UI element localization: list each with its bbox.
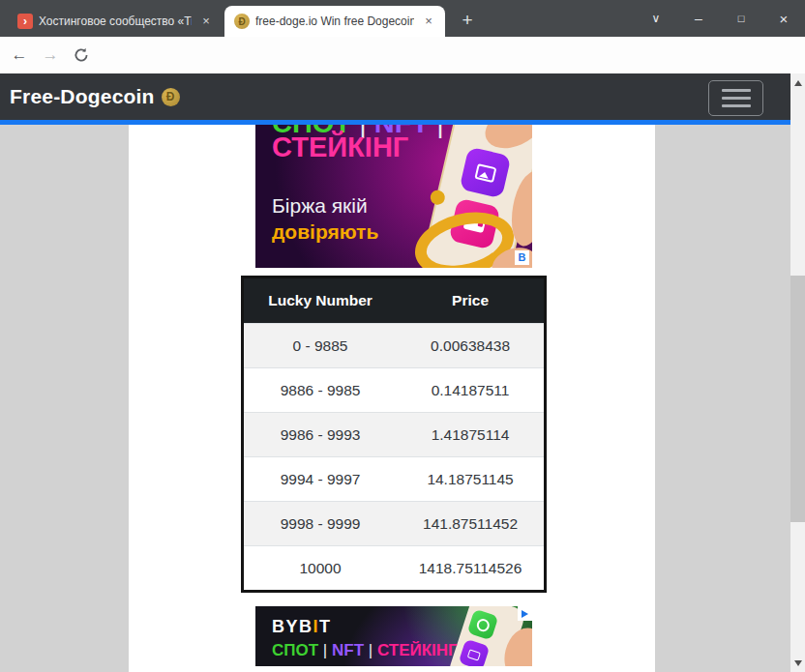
lucky-range-cell: 9998 - 9999 (243, 502, 398, 546)
tab-title: Хостинговое сообщество «Time (39, 15, 192, 28)
price-cell: 1.41875114 (397, 413, 545, 457)
scrollbar-up-arrow-icon[interactable] (790, 75, 805, 90)
back-button[interactable]: ← (8, 44, 31, 67)
tab-title: free-doge.io Win free Dogecoin e (255, 15, 414, 28)
navbar-hamburger-button[interactable] (708, 80, 763, 116)
scrollbar-down-arrow-icon[interactable] (790, 656, 805, 670)
table-row: 9998 - 9999 141.87511452 (243, 502, 546, 546)
table-row: 10000 1418.75114526 (243, 546, 546, 592)
bybit-logo: BYBIT (272, 617, 332, 637)
lucky-number-price-table: Lucky Number Price 0 - 9885 0.00638438 9… (241, 276, 547, 593)
new-tab-button[interactable]: + (455, 8, 480, 33)
window-controls: ∨ – □ × (635, 0, 805, 37)
dogecoin-coin-icon: Đ (162, 88, 180, 106)
price-cell: 141.87511452 (397, 502, 545, 546)
lucky-range-cell: 9886 - 9985 (243, 368, 398, 413)
ad-network-badge[interactable]: B (515, 250, 529, 265)
table-row: 9986 - 9993 1.41875114 (243, 413, 546, 457)
scrollbar-thumb[interactable] (790, 276, 805, 522)
price-cell: 0.14187511 (397, 368, 545, 413)
price-cell: 14.18751145 (397, 457, 545, 502)
table-header-row: Lucky Number Price (243, 278, 546, 324)
page-background: СПОТ | NFT | СТЕЙКІНГ Біржа якій довіряю… (0, 125, 790, 672)
ad-tagline: Біржа якій (272, 194, 368, 218)
table-row: 9994 - 9997 14.18751145 (243, 457, 546, 502)
column-header-lucky-number: Lucky Number (243, 278, 398, 324)
forward-button: → (39, 44, 62, 67)
hamburger-bar (722, 89, 751, 92)
bybit-ad-banner-bottom[interactable]: BYBIT СПОТ | NFT | СТЕЙКІНГ (255, 606, 532, 666)
tab-hosting-community[interactable]: › Хостинговое сообщество «Time × (8, 6, 223, 37)
price-cell: 1418.75114526 (397, 546, 545, 592)
lucky-range-cell: 9986 - 9993 (243, 413, 398, 457)
maximize-button[interactable]: □ (720, 13, 762, 24)
ad-tagline-accent: довіряють (272, 220, 378, 244)
lucky-range-cell: 10000 (243, 546, 398, 592)
tab-close-icon[interactable]: × (197, 13, 215, 30)
minimize-button[interactable]: – (677, 11, 720, 26)
lucky-range-cell: 0 - 9885 (243, 324, 398, 368)
browser-toolbar: ← → free-doge.io/free/ A ☆ OS 49s (0, 37, 805, 73)
table-row: 9886 - 9985 0.14187511 (243, 368, 546, 413)
site-brand-title: Free-Dogecoin (10, 85, 155, 108)
ad-headline: СПОТ | NFT | СТЕЙКІНГ (272, 641, 458, 660)
content-column: СПОТ | NFT | СТЕЙКІНГ Біржа якій довіряю… (129, 125, 655, 672)
page-scrollbar[interactable] (790, 73, 805, 672)
bybit-ad-banner-top[interactable]: СПОТ | NFT | СТЕЙКІНГ Біржа якій довіряю… (255, 125, 532, 268)
hamburger-bar (722, 97, 751, 100)
table-row: 0 - 9885 0.00638438 (243, 324, 546, 368)
tab-free-doge-active[interactable]: Đ free-doge.io Win free Dogecoin e × (224, 6, 445, 37)
close-window-button[interactable]: × (762, 11, 805, 27)
tab-close-icon[interactable]: × (420, 13, 437, 30)
dogecoin-favicon-icon: Đ (234, 14, 250, 29)
phone-button-dot (429, 189, 446, 206)
price-cell: 0.00638438 (397, 324, 545, 368)
ad-headline-row2: СТЕЙКІНГ (272, 131, 408, 163)
lucky-range-cell: 9994 - 9997 (243, 457, 398, 502)
hosting-site-favicon-icon: › (17, 14, 33, 29)
adchoices-icon[interactable] (518, 606, 532, 621)
reload-button[interactable] (70, 44, 93, 67)
tab-strip: › Хостинговое сообщество «Time × Đ free-… (0, 0, 805, 37)
tab-search-chevron-icon[interactable]: ∨ (635, 12, 677, 25)
column-header-price: Price (397, 278, 545, 324)
site-navbar: Free-Dogecoin Đ (0, 73, 790, 120)
hamburger-bar (722, 104, 751, 107)
site-brand[interactable]: Free-Dogecoin Đ (10, 85, 180, 108)
browser-window: › Хостинговое сообщество «Time × Đ free-… (0, 0, 805, 672)
